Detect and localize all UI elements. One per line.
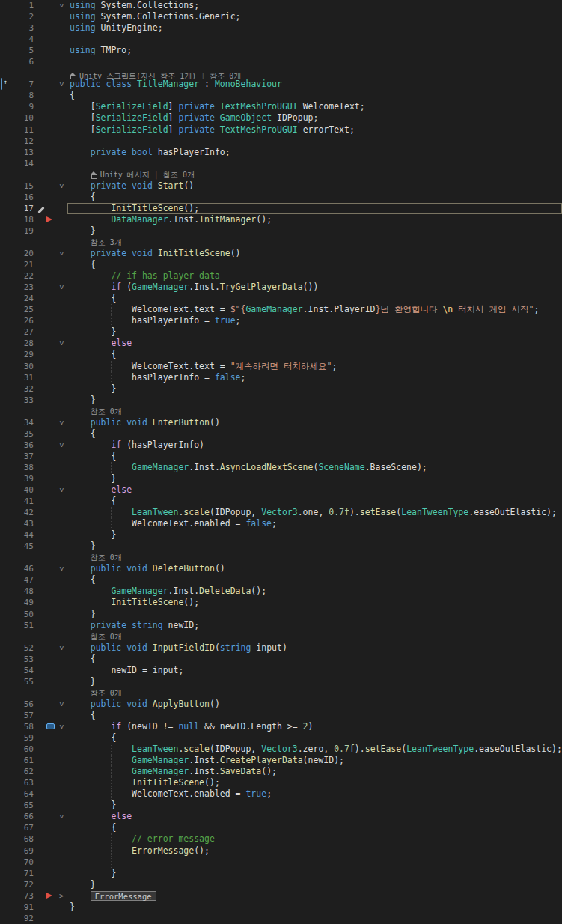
codelens-content[interactable]: Unity 스크립트(자산 참조 1개)|참조 0개	[67, 67, 562, 79]
token[interactable]: "계속하려면 터치하세요"	[230, 361, 332, 371]
token[interactable]: \n	[442, 304, 453, 314]
code-line[interactable]: 65 }	[0, 800, 562, 811]
line-content[interactable]: else	[67, 484, 562, 496]
token[interactable]: (newID !=	[121, 721, 178, 732]
token[interactable]: .zero,	[298, 744, 334, 754]
line-content[interactable]: WelcomeText.enabled = false;	[67, 518, 562, 529]
code-line[interactable]: 31 hasPlayerInfo = false;	[0, 372, 562, 383]
code-line[interactable]: 9 [SerializeField] private TextMeshProUG…	[0, 101, 562, 112]
token[interactable]: ();	[204, 777, 220, 788]
collapsed-region[interactable]: ErrorMessage	[91, 891, 156, 901]
code-line[interactable]: 72 }	[0, 879, 562, 890]
line-number[interactable]: 67	[13, 822, 36, 833]
token[interactable]: MonoBehaviour	[215, 79, 282, 89]
token[interactable]: }	[91, 609, 96, 619]
token[interactable]: .Inst.	[189, 755, 220, 765]
line-number[interactable]: 22	[13, 270, 36, 282]
line-number[interactable]: 18	[13, 214, 36, 225]
token[interactable]: public	[91, 417, 122, 428]
line-content[interactable]: if (hasPlayerInfo)	[67, 440, 562, 451]
token[interactable]: 0.7f	[334, 744, 355, 754]
line-content[interactable]: }	[67, 529, 562, 541]
code-line[interactable]: 91}	[0, 902, 562, 913]
code-line[interactable]: 47 {	[0, 574, 562, 586]
line-content[interactable]: }	[67, 225, 562, 237]
line-number[interactable]: 53	[13, 654, 36, 665]
token[interactable]: .Inst.	[189, 462, 220, 472]
line-number[interactable]: 12	[13, 136, 36, 147]
token[interactable]: .Inst.PlayerID	[303, 304, 376, 314]
line-number[interactable]: 36	[13, 440, 36, 451]
line-number[interactable]: 62	[13, 766, 36, 777]
line-number[interactable]: 43	[13, 518, 36, 529]
code-line[interactable]: 36> if (hasPlayerInfo)	[0, 440, 562, 451]
token[interactable]: using	[70, 22, 96, 33]
line-content[interactable]: public void EnterButton()	[67, 417, 562, 428]
line-content[interactable]: GameManager.Inst.AsyncLoadNextScene(Scen…	[67, 462, 562, 473]
line-number[interactable]: 59	[13, 732, 36, 744]
code-line[interactable]: 28> else	[0, 338, 562, 349]
token[interactable]: newID;	[163, 620, 199, 630]
codelens-content[interactable]: 참조 0개	[67, 406, 562, 417]
line-number[interactable]: 29	[13, 349, 36, 360]
line-number[interactable]: 72	[13, 879, 36, 890]
line-content[interactable]: WelcomeText.text = $"{GameManager.Inst.P…	[67, 304, 562, 315]
line-number[interactable]: 54	[13, 665, 36, 676]
code-line[interactable]: 16 {	[0, 192, 562, 203]
token[interactable]: Vector3	[261, 744, 297, 754]
line-number[interactable]: 28	[13, 338, 36, 349]
token[interactable]: {	[111, 732, 116, 743]
token[interactable]: ();	[183, 203, 199, 213]
line-content[interactable]: }	[67, 868, 562, 879]
line-number[interactable]	[13, 406, 36, 417]
line-content[interactable]: {	[67, 496, 562, 507]
line-content[interactable]: else	[67, 811, 562, 822]
line-number[interactable]: 9	[13, 101, 36, 112]
token[interactable]: [	[91, 112, 96, 123]
line-number[interactable]: 27	[13, 326, 36, 338]
token[interactable]: 2	[303, 721, 308, 732]
line-content[interactable]: if (newID != null && newID.Length >= 2)	[67, 721, 562, 732]
token[interactable]: SceneName	[318, 462, 364, 472]
token[interactable]: UnityEngine;	[96, 22, 163, 33]
token[interactable]: (newID);	[303, 755, 344, 765]
line-content[interactable]: [SerializeField] private GameObject IDPo…	[67, 112, 562, 124]
token[interactable]: private	[178, 112, 214, 123]
codelens-link[interactable]: 참조 0개	[91, 552, 122, 563]
token[interactable]: if	[111, 440, 121, 450]
token[interactable]: .easeOutElastic);	[474, 744, 562, 754]
line-content[interactable]: ErrorMessage();	[67, 845, 562, 857]
line-content[interactable]: GameManager.Inst.SaveData();	[67, 766, 562, 777]
code-line[interactable]: 52> public void InputFieldID(string inpu…	[0, 642, 562, 654]
line-content[interactable]: [SerializeField] private TextMeshProUGUI…	[67, 101, 562, 112]
token[interactable]	[215, 101, 220, 112]
line-content[interactable]: {	[67, 90, 562, 101]
token[interactable]: .Inst.	[168, 586, 200, 596]
token[interactable]: {	[111, 496, 116, 506]
token[interactable]: {	[111, 822, 116, 833]
token[interactable]: }	[111, 529, 116, 540]
token[interactable]: ())	[303, 282, 319, 292]
fold-toggle[interactable]: >	[55, 282, 67, 293]
line-content[interactable]: {	[67, 732, 562, 744]
line-content[interactable]: InitTitleScene();	[67, 597, 562, 608]
line-content[interactable]: InitTitleScene();	[67, 777, 562, 788]
code-line[interactable]: 68 // error message	[0, 833, 562, 845]
token[interactable]: ]	[168, 112, 179, 123]
line-content[interactable]	[67, 913, 562, 924]
line-content[interactable]: // error message	[67, 833, 562, 845]
fold-toggle[interactable]: >	[55, 890, 67, 902]
line-number[interactable]	[13, 687, 36, 699]
token[interactable]: TryGetPlayerData	[220, 282, 303, 292]
code-line[interactable]: 92	[0, 913, 562, 924]
fold-toggle[interactable]: >	[55, 484, 67, 496]
line-number[interactable]: 39	[13, 473, 36, 484]
fold-toggle[interactable]: >	[55, 563, 67, 574]
token[interactable]: using	[70, 11, 96, 22]
line-content[interactable]: {	[67, 349, 562, 360]
codelens-content[interactable]: 참조 3개	[67, 237, 562, 248]
token[interactable]: errorText;	[298, 124, 355, 135]
code-line[interactable]: 42 LeanTween.scale(IDPopup, Vector3.one,…	[0, 507, 562, 518]
token[interactable]: }님 환영합니다	[376, 304, 443, 314]
token[interactable]: ;	[272, 518, 277, 529]
